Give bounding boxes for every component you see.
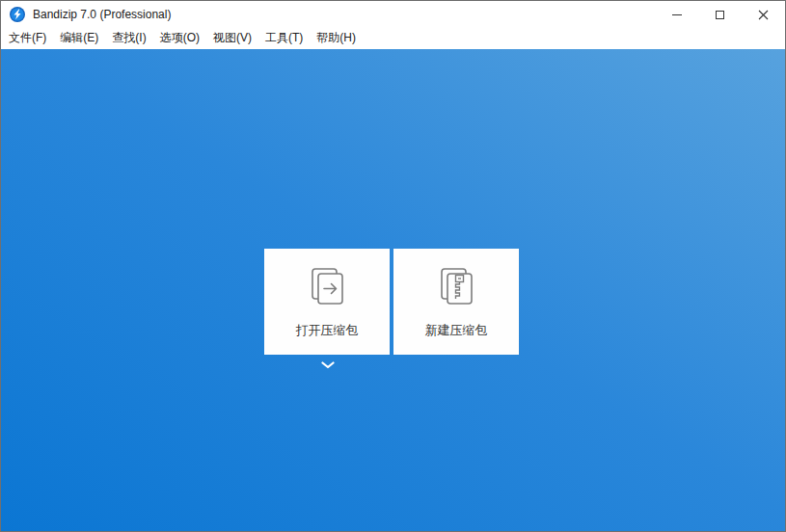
maximize-button[interactable]: [698, 1, 742, 28]
open-archive-icon: [304, 263, 350, 309]
menu-options[interactable]: 选项(O): [153, 27, 206, 50]
minimize-button[interactable]: [655, 1, 698, 28]
menu-bar: 文件(F) 编辑(E) 查找(I) 选项(O) 视图(V) 工具(T) 帮助(H…: [1, 28, 785, 49]
open-archive-label: 打开压缩包: [296, 322, 359, 339]
maximize-icon: [716, 11, 724, 19]
menu-find[interactable]: 查找(I): [105, 27, 152, 50]
recent-files-expander[interactable]: [319, 359, 337, 371]
menu-help[interactable]: 帮助(H): [310, 27, 363, 50]
content-area: 打开压缩包 新建压缩包: [1, 49, 785, 531]
bandizip-logo-icon: [10, 7, 25, 22]
window-title: Bandizip 7.0 (Professional): [33, 8, 171, 21]
bandizip-window: Bandizip 7.0 (Professional) 文件(F) 编辑(E) …: [0, 0, 786, 532]
chevron-down-icon: [321, 361, 335, 369]
menu-tools[interactable]: 工具(T): [258, 27, 310, 50]
close-button[interactable]: [742, 1, 785, 28]
menu-file[interactable]: 文件(F): [2, 27, 53, 50]
new-archive-icon: [433, 263, 479, 309]
close-icon: [758, 10, 769, 20]
menu-view[interactable]: 视图(V): [206, 27, 258, 50]
menu-edit[interactable]: 编辑(E): [53, 27, 105, 50]
title-bar: Bandizip 7.0 (Professional): [1, 1, 785, 28]
quick-action-buttons: 打开压缩包 新建压缩包: [264, 249, 519, 355]
open-archive-button[interactable]: 打开压缩包: [264, 249, 390, 355]
new-archive-button[interactable]: 新建压缩包: [393, 249, 519, 355]
new-archive-label: 新建压缩包: [425, 322, 488, 339]
minimize-icon: [672, 14, 682, 15]
